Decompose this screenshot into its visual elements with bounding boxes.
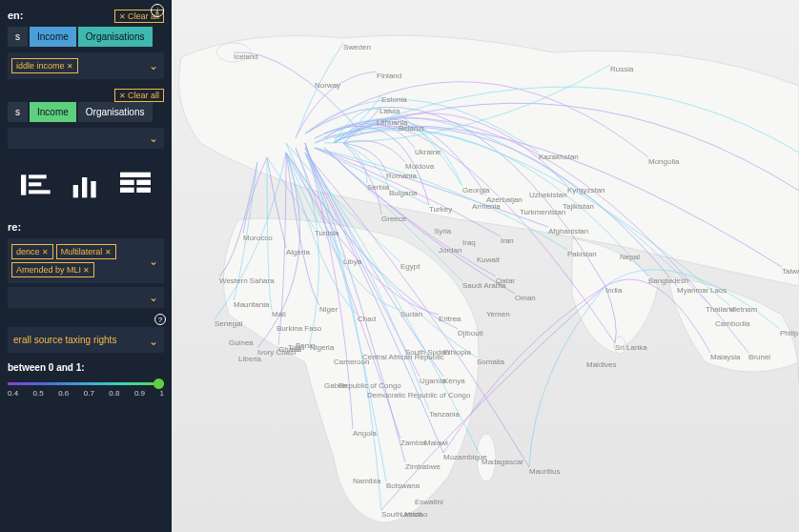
slider-label: between 0 and 1: <box>8 362 164 373</box>
tab-row-1: s Income Organisations <box>8 27 164 47</box>
tick: 0.8 <box>109 389 119 398</box>
chevron-down-icon[interactable]: ⌄ <box>149 335 158 348</box>
slider-thumb[interactable] <box>154 379 164 389</box>
tab-regions-1[interactable]: s <box>8 27 28 47</box>
tick: 0.5 <box>33 389 44 398</box>
svg-rect-9 <box>91 181 95 197</box>
svg-rect-7 <box>73 185 78 197</box>
svg-rect-13 <box>120 188 134 193</box>
svg-rect-11 <box>120 180 134 185</box>
clear-all-button-2[interactable]: Clear all <box>114 89 164 102</box>
svg-rect-5 <box>29 182 41 186</box>
compare-label: re: <box>8 221 164 233</box>
tab-income-1[interactable]: Income <box>30 27 76 47</box>
chevron-down-icon[interactable]: ⌄ <box>149 59 158 72</box>
svg-rect-10 <box>120 173 151 177</box>
chip-multilateral[interactable]: Multilateral <box>56 244 116 259</box>
help-icon[interactable]: ? <box>154 314 166 325</box>
chip-middle-income[interactable]: iddle income <box>11 58 78 73</box>
slider-track <box>8 382 164 385</box>
tab-row-2: s Income Organisations <box>8 102 164 122</box>
tick: 0.6 <box>58 389 69 398</box>
svg-rect-4 <box>29 174 47 178</box>
tab-organisations-2[interactable]: Organisations <box>78 102 153 122</box>
chip-residence[interactable]: dence <box>11 244 53 259</box>
slider-ticks: 0.4 0.5 0.6 0.7 0.8 0.9 1 <box>8 389 164 398</box>
tab-regions-2[interactable]: s <box>8 102 28 122</box>
svg-point-1 <box>477 434 496 481</box>
chip-row-1: iddle income ⌄ <box>8 52 164 79</box>
compare-chip-row: dence Multilateral Amended by MLI ⌄ <box>8 238 164 283</box>
svg-rect-12 <box>136 180 151 185</box>
tick: 0.9 <box>134 389 145 398</box>
chip-amended-mli[interactable]: Amended by MLI <box>11 262 94 277</box>
chevron-down-icon[interactable]: ⌄ <box>149 132 158 145</box>
info-icon[interactable]: i <box>151 4 164 17</box>
tab-organisations-1[interactable]: Organisations <box>78 27 153 47</box>
table-icon[interactable] <box>120 172 151 198</box>
tick: 0.7 <box>84 389 94 398</box>
view-mode-icons <box>8 158 164 212</box>
tick: 0.4 <box>8 389 18 398</box>
svg-rect-14 <box>136 188 151 193</box>
chip-row-2-empty: ⌄ <box>8 128 164 149</box>
chevron-down-icon[interactable]: ⌄ <box>149 291 158 304</box>
chevron-down-icon[interactable]: ⌄ <box>149 255 158 268</box>
tick: 1 <box>159 389 163 398</box>
tab-income-2[interactable]: Income <box>30 102 76 122</box>
section-label: en: <box>8 10 24 21</box>
svg-rect-3 <box>21 174 26 194</box>
svg-rect-8 <box>82 177 87 197</box>
metric-dropdown-label: erall source taxing rights <box>13 335 116 345</box>
bars-left-icon[interactable] <box>21 172 51 198</box>
filter-sidebar: i en: Clear all s Income Organisations i… <box>0 0 172 532</box>
svg-rect-6 <box>29 190 51 194</box>
range-slider[interactable]: 0.4 0.5 0.6 0.7 0.8 0.9 1 <box>8 379 164 407</box>
bars-up-icon[interactable] <box>71 172 101 198</box>
empty-chip-row: ⌄ <box>8 287 164 308</box>
metric-dropdown[interactable]: ? erall source taxing rights ⌄ <box>8 327 164 353</box>
